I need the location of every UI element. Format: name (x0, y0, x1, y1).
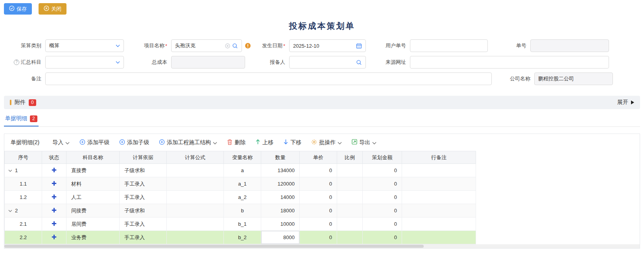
toolbar-add-sibling-button[interactable]: 添加平级 (79, 139, 109, 146)
cell-status[interactable] (42, 217, 66, 231)
close-button[interactable]: 关闭 (39, 3, 66, 15)
cell-basis[interactable]: 手工录入 (120, 231, 167, 244)
column-header-variable[interactable]: 变量名称 (224, 151, 261, 164)
cell-amount[interactable]: 0 (363, 204, 402, 217)
cell-basis[interactable]: 子级求和 (120, 204, 167, 217)
column-header-subject[interactable]: 科目名称 (66, 151, 120, 164)
toolbar-move-down-button[interactable]: 下移 (283, 139, 301, 146)
chevron-down-icon[interactable] (116, 61, 120, 64)
source-url-input[interactable] (410, 56, 609, 69)
chevron-down-icon[interactable] (116, 45, 120, 47)
toolbar-delete-button[interactable]: 删除 (227, 139, 245, 146)
cell-formula[interactable] (167, 177, 224, 191)
cell-subject[interactable]: 人工 (66, 191, 120, 204)
cell-price[interactable]: 0 (300, 204, 337, 217)
cell-formula[interactable] (167, 191, 224, 204)
scrollbar-thumb[interactable] (4, 245, 424, 248)
cell-note[interactable] (402, 231, 476, 244)
cell-ratio[interactable] (337, 231, 363, 244)
cell-qty[interactable]: 134000 (261, 164, 300, 177)
cell-note[interactable] (402, 191, 476, 204)
clear-icon[interactable] (225, 43, 230, 48)
toolbar-import-button[interactable]: 导入 (52, 139, 70, 146)
column-header-ratio[interactable]: 比例 (337, 151, 363, 164)
cell-qty[interactable]: 10000 (261, 217, 300, 231)
cell-amount[interactable]: 0 (363, 217, 402, 231)
cell-qty[interactable]: 120000 (261, 177, 300, 191)
table-row[interactable]: 2.1居间费手工录入b_11000000 (5, 217, 476, 231)
cell-qty[interactable]: 14000 (261, 191, 300, 204)
cell-ratio[interactable] (337, 204, 363, 217)
cell-subject[interactable]: 直接费 (66, 164, 120, 177)
cell-qty[interactable]: 8000 (261, 231, 300, 244)
cell-note[interactable] (402, 217, 476, 231)
cell-qty[interactable]: 18000 (261, 204, 300, 217)
summary-subject-value[interactable] (49, 59, 114, 65)
column-header-basis[interactable]: 计算依据 (120, 151, 167, 164)
cell-seq[interactable]: 1.2 (5, 191, 42, 204)
table-row[interactable]: 1直接费子级求和a13400000 (5, 164, 476, 177)
user-order-no-input[interactable] (410, 39, 488, 52)
reporter-input[interactable] (289, 56, 366, 69)
plan-type-select[interactable] (45, 39, 124, 52)
cell-variable[interactable]: b_2 (224, 231, 261, 244)
cell-variable[interactable]: a (224, 164, 261, 177)
user-order-no-value[interactable] (414, 43, 484, 49)
cell-basis[interactable]: 子级求和 (120, 164, 167, 177)
row-add-icon[interactable] (52, 208, 57, 214)
cell-basis[interactable]: 手工录入 (120, 177, 167, 191)
column-header-amount[interactable]: 策划金额 (363, 151, 402, 164)
cell-variable[interactable]: b_1 (224, 217, 261, 231)
column-header-note[interactable]: 行备注 (402, 151, 476, 164)
column-header-qty[interactable]: 数量 (261, 151, 300, 164)
cell-seq[interactable]: 2.2 (5, 231, 42, 244)
cell-status[interactable] (42, 177, 66, 191)
source-url-value[interactable] (414, 59, 605, 65)
cell-note[interactable] (402, 177, 476, 191)
cell-seq[interactable]: 1.1 (5, 177, 42, 191)
remark-input[interactable] (45, 72, 492, 85)
info-icon[interactable] (242, 43, 254, 49)
cell-variable[interactable]: b (224, 204, 261, 217)
toolbar-add-structure-button[interactable]: 添加工程施工结构 (159, 139, 217, 146)
column-header-formula[interactable]: 计算公式 (167, 151, 224, 164)
attachment-bar[interactable]: 附件 0 展开 (4, 96, 640, 109)
cell-formula[interactable] (167, 231, 224, 244)
cell-formula[interactable] (167, 217, 224, 231)
remark-value[interactable] (49, 76, 488, 82)
row-add-icon[interactable] (52, 181, 57, 187)
project-name-input[interactable] (171, 39, 242, 52)
cell-variable[interactable]: a_1 (224, 177, 261, 191)
toolbar-move-up-button[interactable]: 上移 (255, 139, 273, 146)
cell-ratio[interactable] (337, 164, 363, 177)
table-row[interactable]: 1.1材料手工录入a_112000000 (5, 177, 476, 191)
cell-basis[interactable]: 手工录入 (120, 191, 167, 204)
cell-amount[interactable]: 0 (363, 164, 402, 177)
calendar-icon[interactable] (356, 43, 362, 49)
help-icon[interactable] (14, 59, 19, 65)
table-row[interactable]: 1.2人工手工录入a_21400000 (5, 191, 476, 204)
cell-amount[interactable]: 0 (363, 177, 402, 191)
reporter-value[interactable] (293, 59, 354, 65)
cell-price[interactable]: 0 (300, 191, 337, 204)
column-header-seq[interactable]: 序号 (5, 151, 42, 164)
column-header-price[interactable]: 单价 (300, 151, 337, 164)
cell-ratio[interactable] (337, 191, 363, 204)
cell-amount[interactable]: 0 (363, 231, 402, 244)
cell-subject[interactable]: 间接费 (66, 204, 120, 217)
cell-seq[interactable]: 2 (5, 204, 42, 217)
horizontal-scrollbar[interactable] (4, 244, 640, 248)
cell-price[interactable]: 0 (300, 164, 337, 177)
cell-formula[interactable] (167, 204, 224, 217)
cell-ratio[interactable] (337, 177, 363, 191)
cell-status[interactable] (42, 191, 66, 204)
cell-variable[interactable]: a_2 (224, 191, 261, 204)
project-name-value[interactable] (175, 43, 223, 49)
occur-date-input[interactable] (289, 39, 366, 52)
cell-basis[interactable]: 手工录入 (120, 217, 167, 231)
expand-button[interactable]: 展开 (617, 99, 634, 106)
search-icon[interactable] (232, 43, 238, 49)
cell-seq[interactable]: 1 (5, 164, 42, 177)
toolbar-add-child-button[interactable]: 添加子级 (119, 139, 149, 146)
cell-ratio[interactable] (337, 217, 363, 231)
